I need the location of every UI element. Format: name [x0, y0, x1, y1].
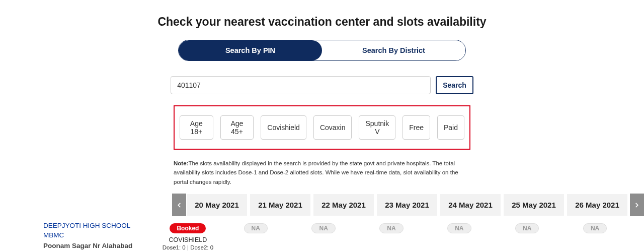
center-name[interactable]: DEEPJYOTI HIGH SCHOOL MBMC [43, 221, 138, 240]
center-address: Poonam Sagar Nr Alahabad Bnak Mira Road … [43, 241, 138, 252]
note-label: Note: [174, 160, 188, 166]
date-prev-button[interactable] [172, 194, 186, 216]
date-header[interactable]: 26 May 2021 [567, 194, 628, 216]
center-row: DEEPJYOTI HIGH SCHOOL MBMC Poonam Sagar … [0, 221, 644, 252]
filter-age-45[interactable]: Age 45+ [220, 115, 254, 140]
dose-info: Dose1: 0 | Dose2: 0 [155, 244, 221, 250]
slot-cell: NA [494, 221, 560, 252]
tab-search-by-pin[interactable]: Search By PIN [179, 40, 322, 60]
search-mode-tabs: Search By PIN Search By District [0, 40, 644, 61]
date-header[interactable]: 25 May 2021 [503, 194, 565, 216]
chevron-right-icon [633, 202, 640, 209]
date-next-button[interactable] [630, 194, 644, 216]
slot-cell: NA [291, 221, 357, 252]
tab-search-by-district[interactable]: Search By District [322, 40, 465, 60]
chevron-left-icon [176, 202, 183, 209]
filter-paid[interactable]: Paid [437, 115, 464, 140]
filter-covishield[interactable]: Covishield [261, 115, 306, 140]
status-badge-na: NA [583, 223, 607, 233]
date-header[interactable]: 21 May 2021 [250, 194, 311, 216]
filter-age-18[interactable]: Age 18+ [180, 115, 213, 140]
slot-cell: NA [223, 221, 289, 252]
date-header[interactable]: 23 May 2021 [376, 194, 438, 216]
filter-covaxin[interactable]: Covaxin [313, 115, 352, 140]
pin-input[interactable] [171, 76, 431, 94]
search-button[interactable]: Search [436, 76, 473, 94]
date-header[interactable]: 20 May 2021 [186, 194, 248, 216]
page-title: Check your nearest vaccination center an… [0, 15, 644, 29]
slot-cell: NA [426, 221, 492, 252]
date-header[interactable]: 22 May 2021 [313, 194, 374, 216]
filter-free[interactable]: Free [403, 115, 430, 140]
status-badge-na: NA [447, 223, 471, 233]
slot-cell: NA [359, 221, 425, 252]
slot-cell: NA [562, 221, 628, 252]
date-header[interactable]: 24 May 2021 [440, 194, 501, 216]
filters-panel: Age 18+ Age 45+ Covishield Covaxin Sputn… [174, 105, 470, 150]
status-badge-na: NA [515, 223, 539, 233]
vaccine-label: COVISHIELD [155, 236, 221, 243]
slot-cell: Booked COVISHIELD Dose1: 0 | Dose2: 0 Ag… [155, 221, 221, 252]
filter-sputnik[interactable]: Sputnik V [359, 115, 395, 140]
status-badge-na: NA [244, 223, 268, 233]
status-badge-na: NA [311, 223, 335, 233]
status-badge-booked: Booked [170, 223, 206, 233]
note-text: Note:The slots availability displayed in… [174, 159, 470, 186]
status-badge-na: NA [379, 223, 403, 233]
